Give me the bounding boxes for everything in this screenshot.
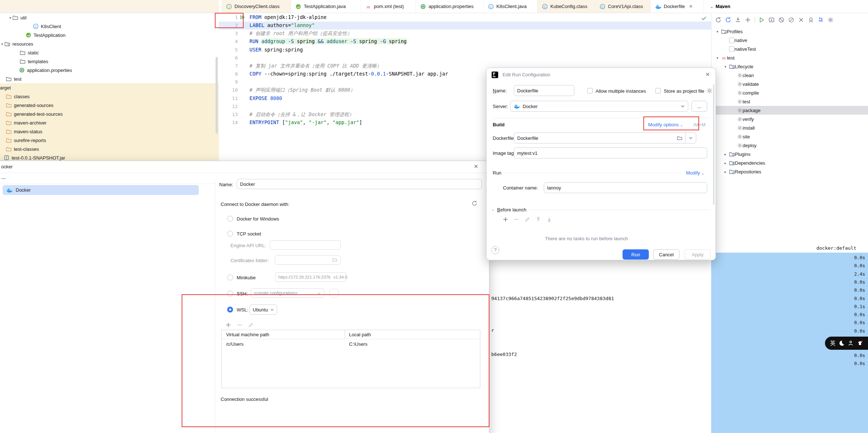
close-icon[interactable]: ✕ [474,163,478,170]
server-select[interactable]: Docker [510,101,688,112]
tab-corev1api-class[interactable]: CCoreV1Api.class [595,0,651,13]
download-sources-icon[interactable] [735,17,741,23]
move-up-icon[interactable] [536,217,541,222]
tab-dockerfile[interactable]: Dockerfile✕ [651,0,704,13]
plus-icon[interactable] [745,17,751,23]
maven-item-deploy[interactable]: deploy [712,141,868,150]
tree-item-generated-sources[interactable]: generated-sources [0,101,219,110]
profiler-icon[interactable] [808,17,814,23]
moon-icon[interactable] [839,340,844,346]
maven-item-validate[interactable]: validate [712,80,868,88]
gear-icon[interactable] [706,88,713,94]
chevron-right-icon[interactable]: ▸ [723,161,728,165]
add-icon[interactable] [503,217,508,222]
browse-server-button[interactable]: ... [691,101,707,112]
tree-item-k8sclient[interactable]: CK8sClient [0,22,219,31]
maven-item-compile[interactable]: compile [712,88,868,97]
close-icon[interactable] [798,17,804,23]
maven-item-nativetest[interactable]: nativeTest [712,45,868,53]
tree-item-maven-archiver[interactable]: maven-archiver [0,118,219,127]
refresh-icon[interactable] [472,200,477,206]
maven-item-site[interactable]: site [712,132,868,141]
maven-item-verify[interactable]: verify [712,115,868,123]
dialog-scrollbar[interactable] [713,84,714,205]
close-icon[interactable]: ✕ [705,71,710,78]
help-icon[interactable]: ? [491,246,499,254]
maven-item-test[interactable]: test [712,97,868,106]
chevron-down-icon[interactable]: ▾ [0,42,4,46]
maven-item-profiles[interactable]: ▾Profiles [712,27,868,36]
tree-item-test-classes[interactable]: test-classes [0,145,219,153]
chevron-right-icon[interactable]: ▸ [723,170,728,174]
modify-link[interactable]: Modify ⌄ [686,170,704,176]
engine-api-input[interactable] [270,240,341,250]
settings-gear-icon[interactable] [828,17,834,23]
run-button[interactable]: Run [623,249,649,260]
tree-item-application-properties[interactable]: application.properties [0,66,219,74]
docker-for-windows-radio[interactable] [227,216,233,222]
maven-item-clean[interactable]: clean [712,71,868,80]
chevron-down-icon[interactable]: ▾ [723,65,728,69]
store-project-checkbox[interactable] [655,88,661,93]
chevron-down-icon[interactable]: ▾ [8,16,12,20]
minikube-input[interactable]: https://172.29.221.176:2376v1.34.0 [275,272,346,282]
profile-checkbox[interactable] [729,46,735,52]
name-input[interactable]: Dockerfile [514,85,574,96]
add-icon[interactable] [226,322,231,327]
tree-item-arget[interactable]: arget [0,83,219,92]
maven-item-install[interactable]: install [712,123,868,132]
run-line-icon[interactable] [240,15,245,20]
tab-application-properties[interactable]: application.properties [416,0,484,13]
maven-item-test[interactable]: ▾mtest [712,53,868,62]
modify-options-link[interactable]: Modify options ⌄ [648,122,683,127]
folder-icon[interactable] [677,136,682,141]
image-tag-input[interactable]: mytest:v1 [514,147,707,158]
tcp-socket-radio[interactable] [227,231,233,237]
cert-folder-input[interactable] [275,255,341,265]
maven-item-repositories[interactable]: ▸Repositories [712,167,868,176]
minikube-radio[interactable] [227,275,233,280]
allow-multiple-checkbox[interactable] [587,88,593,93]
chevron-down-icon[interactable]: ▾ [715,30,720,34]
collapse-chevron-icon[interactable]: ⌄ [491,207,494,211]
run-config-icon[interactable] [768,17,775,23]
tree-item-templates[interactable]: templates [0,57,219,66]
tab-testapplication-java[interactable]: TestApplication.java [291,0,361,13]
tab-kubeconfig-class[interactable]: CKubeConfig.class [538,0,595,13]
edit-pencil-icon[interactable] [248,322,253,327]
tree-item-resources[interactable]: ▾resources [0,39,219,48]
wsl-distro-select[interactable]: Ubuntu [249,304,277,315]
chevron-down-icon[interactable]: ▾ [715,56,720,60]
chevron-down-icon[interactable] [686,137,693,139]
cancel-button[interactable]: Cancel [653,249,679,260]
tree-item-classes[interactable]: classes [0,92,219,101]
tree-item-static[interactable]: static [0,48,219,57]
table-cell-local-path[interactable]: C:\Users [349,341,368,347]
tree-item-maven-status[interactable]: maven-status [0,127,219,136]
ime-toolbar[interactable]: 英 [825,337,868,350]
run-icon[interactable] [759,17,765,23]
run-console[interactable]: docker:default 0.0s0.0s2.4s0.0s0.0s0.0s0… [486,244,868,433]
maven-item-package[interactable]: package [712,106,868,115]
maven-item-plugins[interactable]: ▸Plugins [712,150,868,158]
edit-pencil-icon[interactable] [525,217,530,222]
tab-pom-xml-test-[interactable]: mpom.xml (test) [361,0,416,13]
tree-item-testapplication[interactable]: TestApplication [0,31,219,39]
wsl-radio[interactable] [227,307,233,313]
offline-icon[interactable] [778,17,784,23]
remove-icon[interactable]: — [1,176,6,181]
apply-button[interactable]: Apply [685,249,711,260]
tab-k8sclient-java[interactable]: CK8sClient.java [484,0,538,13]
project-tree-scrollbar[interactable] [216,57,218,134]
docker-list-item-selected[interactable]: Docker [3,185,199,195]
profile-checkbox[interactable] [729,38,735,43]
chevron-right-icon[interactable]: ▸ [723,152,728,156]
dockerfile-input[interactable]: Dockerfile [514,133,696,143]
folder-icon[interactable] [332,258,337,262]
ssh-radio[interactable] [227,291,233,296]
close-icon[interactable]: ✕ [689,4,693,9]
table-cell-vm-path[interactable]: /c/Users [226,341,244,347]
ssh-config-select[interactable]: <create configuration> [251,288,324,298]
tree-item-test[interactable]: test [0,74,219,83]
maven-item-dependencies[interactable]: ▸Dependencies [712,158,868,167]
